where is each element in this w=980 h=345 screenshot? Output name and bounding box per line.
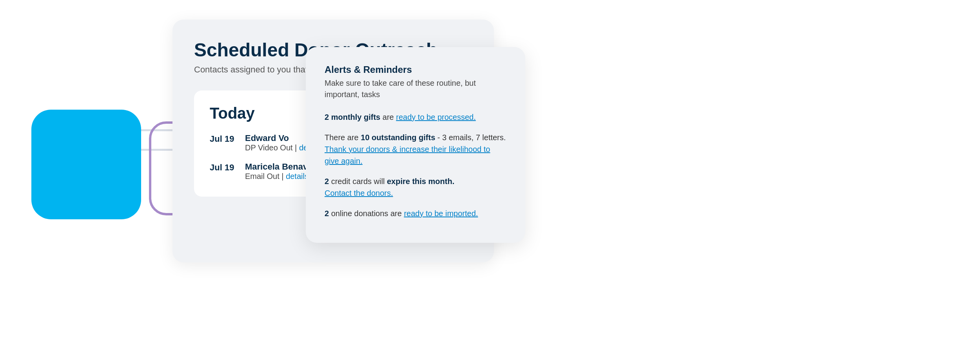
contact-desc-text-2: Email Out |: [245, 172, 286, 181]
contact-desc-text-1: DP Video Out |: [245, 143, 299, 152]
alert-item-outstanding-gifts: There are 10 outstanding gifts - 3 email…: [325, 132, 506, 167]
contact-date-1: Jul 19: [210, 133, 245, 144]
blue-square-shape: [31, 110, 141, 219]
contact-date-2: Jul 19: [210, 162, 245, 173]
alert-credit-link[interactable]: Contact the donors.: [325, 189, 393, 197]
alert-online-bold-num: 2: [325, 209, 329, 218]
alert-outstanding-bold: 10 outstanding gifts: [361, 133, 435, 142]
alert-credit-expire-bold: expire this month.: [387, 177, 454, 186]
alert-credit-middle: credit cards will: [331, 177, 387, 186]
alert-online-link[interactable]: ready to be imported.: [404, 209, 478, 218]
contact-details-link-2[interactable]: details: [286, 172, 309, 181]
alert-credit-bold-num: 2: [325, 177, 329, 186]
alert-outstanding-middle: - 3 emails, 7 letters.: [437, 133, 506, 142]
alert-monthly-gifts-middle: are: [383, 113, 396, 121]
alert-item-online-donations: 2 online donations are ready to be impor…: [325, 208, 506, 219]
alerts-card: Alerts & Reminders Make sure to take car…: [306, 47, 525, 243]
alert-monthly-gifts-bold: 2 monthly gifts: [325, 113, 380, 121]
alert-outstanding-link[interactable]: Thank your donors & increase their likel…: [325, 145, 490, 165]
alerts-card-subtitle: Make sure to take care of these routine,…: [325, 78, 506, 100]
alert-outstanding-prefix: There are: [325, 133, 361, 142]
alert-item-monthly-gifts: 2 monthly gifts are ready to be processe…: [325, 111, 506, 123]
alert-online-middle: online donations are: [331, 209, 404, 218]
alert-item-credit-cards: 2 credit cards will expire this month. C…: [325, 175, 506, 199]
alert-monthly-gifts-link[interactable]: ready to be processed.: [396, 113, 475, 121]
alerts-card-title: Alerts & Reminders: [325, 64, 506, 75]
